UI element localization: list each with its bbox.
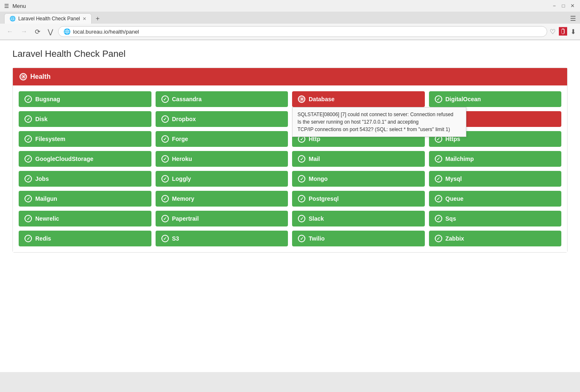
service-badge-heroku[interactable]: ✓Heroku	[156, 151, 288, 167]
apps-button[interactable]: ⋁	[45, 27, 56, 37]
health-header: ✕ Health	[13, 68, 567, 85]
check-icon: ✓	[161, 195, 169, 202]
service-name: Postgresql	[309, 195, 339, 202]
nav-right-icons: ♡ 🅾 ⬇	[550, 27, 576, 37]
service-badge-mongo[interactable]: ✓Mongo	[292, 171, 425, 187]
check-icon: ✓	[435, 235, 442, 242]
minimize-button[interactable]: −	[551, 2, 558, 9]
service-name: Bugsnag	[35, 96, 60, 102]
service-badge-s3[interactable]: ✓S3	[156, 231, 288, 246]
check-icon: ✓	[161, 135, 169, 143]
service-badge-database[interactable]: ✕DatabaseSQLSTATE[08006] [7] could not c…	[292, 91, 425, 107]
service-badge-postgresql[interactable]: ✓Postgresql	[292, 191, 425, 207]
check-icon: ✓	[161, 115, 169, 123]
heart-icon[interactable]: ♡	[550, 28, 556, 36]
tab-close-button[interactable]: ✕	[83, 16, 86, 22]
service-badge-mailchimp[interactable]: ✓Mailchimp	[429, 151, 562, 167]
check-icon: ✓	[161, 215, 169, 222]
check-icon: ✓	[435, 215, 442, 222]
health-grid: ✓Bugsnag✓Cassandra✕DatabaseSQLSTATE[0800…	[13, 85, 567, 252]
download-icon[interactable]: ⬇	[570, 28, 576, 36]
title-bar-left: ☰ Menu	[4, 3, 26, 9]
service-badge-googlecloudstorage[interactable]: ✓GoogleCloudStorage	[19, 151, 151, 167]
check-icon: ✓	[161, 175, 169, 183]
service-name: Zabbix	[446, 235, 464, 242]
service-badge-papertrail[interactable]: ✓Papertrail	[156, 211, 288, 226]
service-badge-jobs[interactable]: ✓Jobs	[19, 171, 151, 187]
check-icon: ✓	[24, 235, 32, 242]
forward-button[interactable]: →	[18, 27, 30, 36]
service-badge-redis[interactable]: ✓Redis	[19, 231, 151, 246]
service-badge-queue[interactable]: ✓Queue	[429, 191, 562, 207]
service-badge-twilio[interactable]: ✓Twilio	[292, 231, 425, 246]
check-icon: ✓	[24, 115, 32, 123]
check-icon: ✓	[161, 235, 169, 242]
check-icon: ✓	[24, 195, 32, 202]
service-badge-slack[interactable]: ✓Slack	[292, 211, 425, 226]
service-name: Disk	[35, 116, 48, 122]
maximize-button[interactable]: □	[560, 2, 567, 9]
check-icon: ✓	[298, 155, 305, 163]
browser-chrome: ☰ Menu − □ ✕ 🌐 Laravel Health Check Pane…	[0, 0, 580, 40]
check-icon: ✓	[435, 195, 442, 202]
nav-bar: ← → ⟳ ⋁ 🌐 local.bureau.io/health/panel ♡…	[0, 24, 580, 40]
database-tooltip: SQLSTATE[08006] [7] could not connect to…	[292, 107, 466, 137]
service-name: Jobs	[35, 175, 49, 182]
service-badge-zabbix[interactable]: ✓Zabbix	[429, 231, 562, 246]
service-name: Mailgun	[35, 195, 57, 202]
service-name: Heroku	[172, 156, 192, 162]
check-icon: ✓	[161, 95, 169, 103]
service-badge-digitalocean[interactable]: ✓DigitalOcean	[429, 91, 562, 107]
service-badge-filesystem[interactable]: ✓Filesystem	[19, 131, 151, 147]
check-icon: ✓	[24, 135, 32, 143]
check-icon: ✓	[24, 95, 32, 103]
check-icon: ✓	[298, 175, 305, 183]
check-icon: ✓	[298, 195, 305, 202]
error-icon: ✕	[298, 95, 305, 103]
service-badge-dropbox[interactable]: ✓Dropbox	[156, 111, 288, 127]
check-icon: ✓	[435, 155, 442, 163]
service-name: Newrelic	[35, 215, 59, 222]
service-badge-mailgun[interactable]: ✓Mailgun	[19, 191, 151, 207]
service-name: Mongo	[309, 175, 328, 182]
tab-bar: 🌐 Laravel Health Check Panel ✕ + ☰	[0, 12, 580, 24]
service-name: Queue	[446, 195, 464, 202]
check-icon: ✓	[435, 95, 442, 103]
service-badge-bugsnag[interactable]: ✓Bugsnag	[19, 91, 151, 107]
service-badge-mysql[interactable]: ✓Mysql	[429, 171, 562, 187]
reload-button[interactable]: ⟳	[32, 27, 43, 37]
service-badge-newrelic[interactable]: ✓Newrelic	[19, 211, 151, 226]
service-name: S3	[172, 235, 179, 242]
url-text: local.bureau.io/health/panel	[73, 29, 139, 35]
tab-menu-icon: ☰	[570, 15, 576, 22]
service-name: Redis	[35, 235, 51, 242]
page-title: Laravel Health Check Panel	[12, 49, 568, 59]
check-icon: ✓	[24, 175, 32, 183]
health-header-label: Health	[30, 73, 51, 80]
check-icon: ✓	[298, 235, 305, 242]
service-badge-memory[interactable]: ✓Memory	[156, 191, 288, 207]
service-name: Mail	[309, 156, 320, 162]
health-error-icon: ✕	[19, 73, 27, 80]
service-name: Database	[309, 96, 334, 102]
new-tab-button[interactable]: +	[93, 15, 102, 22]
back-button[interactable]: ←	[4, 27, 16, 36]
page-content: Laravel Health Check Panel ✕ Health ✓Bug…	[0, 40, 580, 372]
address-bar[interactable]: 🌐 local.bureau.io/health/panel	[58, 26, 547, 37]
service-name: Twilio	[309, 235, 325, 242]
service-name: GoogleCloudStorage	[35, 156, 93, 162]
service-badge-loggly[interactable]: ✓Loggly	[156, 171, 288, 187]
title-bar-label: Menu	[12, 3, 26, 9]
check-icon: ✓	[435, 175, 442, 183]
service-badge-cassandra[interactable]: ✓Cassandra	[156, 91, 288, 107]
check-icon: ✓	[161, 155, 169, 163]
service-badge-forge[interactable]: ✓Forge	[156, 131, 288, 147]
service-badge-disk[interactable]: ✓Disk	[19, 111, 151, 127]
globe-icon: 🌐	[63, 28, 71, 35]
close-button[interactable]: ✕	[569, 2, 576, 9]
service-name: Papertrail	[172, 215, 199, 222]
active-tab[interactable]: 🌐 Laravel Health Check Panel ✕	[4, 13, 92, 24]
service-badge-sqs[interactable]: ✓Sqs	[429, 211, 562, 226]
check-icon: ✓	[24, 155, 32, 163]
service-badge-mail[interactable]: ✓Mail	[292, 151, 425, 167]
